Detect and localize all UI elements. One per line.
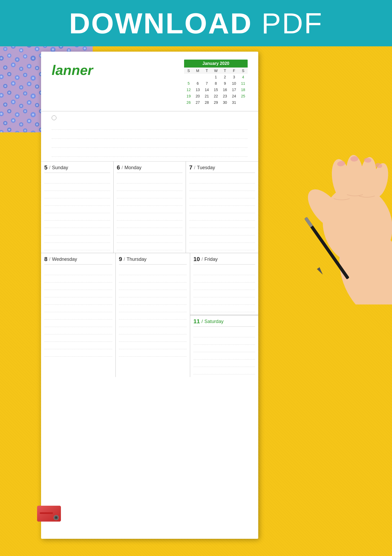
cal-day-cell: 27 — [193, 99, 202, 106]
line — [44, 320, 112, 327]
svg-point-148 — [36, 104, 38, 106]
svg-point-146 — [28, 101, 30, 104]
day-name-wednesday: Wednesday — [52, 257, 77, 262]
svg-point-140 — [4, 104, 6, 106]
line — [44, 228, 110, 235]
right-column: 10 / Friday 11 / Saturday — [190, 253, 258, 377]
day-cell-monday: 6 / Monday — [114, 162, 186, 253]
note-line-2 — [52, 130, 248, 139]
line — [193, 275, 255, 283]
line — [189, 183, 255, 191]
svg-point-32 — [32, 57, 34, 59]
day-header-saturday: 11 / Saturday — [193, 318, 255, 327]
line — [117, 206, 183, 213]
cal-header-cell: M — [193, 68, 202, 74]
day-name-saturday: Saturday — [204, 319, 224, 324]
svg-point-120 — [16, 96, 18, 98]
cal-day-cell: 28 — [202, 99, 211, 106]
svg-point-100 — [28, 83, 30, 85]
svg-point-162 — [0, 113, 2, 115]
cal-day-cell — [193, 74, 202, 80]
line — [189, 228, 255, 235]
day-cell-thursday: 9 / Thursday — [116, 253, 190, 377]
svg-point-56 — [36, 67, 38, 69]
svg-point-14 — [52, 48, 54, 51]
line — [44, 349, 112, 357]
day-name-friday: Friday — [204, 257, 218, 262]
note-line-3 — [52, 139, 248, 148]
cal-week-row: 262728293031 — [184, 99, 248, 106]
cal-day-cell: 14 — [202, 87, 211, 93]
thursday-lines — [119, 267, 187, 357]
cal-day-cell: 23 — [220, 93, 229, 99]
day-header-friday: 10 / Friday — [193, 256, 255, 264]
day-name-thursday: Thursday — [127, 257, 146, 262]
day-header-sunday: 5 / Sunday — [44, 164, 110, 173]
svg-point-6 — [20, 49, 22, 51]
line — [193, 297, 255, 305]
svg-point-98 — [20, 86, 22, 88]
line — [119, 275, 187, 283]
cal-week-row: 1234 — [184, 74, 248, 80]
line — [119, 283, 187, 290]
svg-point-76 — [24, 74, 26, 76]
svg-point-186 — [4, 122, 6, 124]
cal-header-cell: T — [202, 68, 211, 74]
mini-calendar: January 2020 SMTWTFS 1234567891011121314… — [184, 60, 248, 106]
calendar-table: SMTWTFS 12345678910111213141516171819202… — [184, 68, 248, 106]
note-line-1 — [52, 121, 248, 130]
day-cell-wednesday: 8 / Wednesday — [41, 253, 116, 377]
cal-day-cell: 29 — [211, 99, 220, 106]
line — [117, 213, 183, 221]
slash-saturday: / — [202, 319, 203, 324]
note-line-4 — [52, 148, 248, 157]
line — [189, 243, 255, 250]
day-number-8: 8 — [44, 256, 47, 263]
line — [44, 327, 112, 334]
line — [189, 213, 255, 221]
cal-week-row: 19202122232425 — [184, 93, 248, 99]
day-name-monday: Monday — [124, 165, 141, 171]
day-header-wednesday: 8 / Wednesday — [44, 256, 112, 264]
line — [44, 290, 112, 297]
cal-day-cell: 18 — [239, 87, 248, 93]
day-number-10: 10 — [193, 256, 200, 263]
cal-day-cell: 15 — [211, 87, 220, 93]
cal-day-cell: 3 — [229, 74, 238, 80]
cal-day-cell: 30 — [220, 99, 229, 106]
sharpener-body — [37, 506, 61, 522]
svg-point-210 — [8, 129, 10, 131]
cal-day-cell: 5 — [184, 80, 193, 87]
line — [189, 176, 255, 183]
cal-day-cell: 20 — [193, 93, 202, 99]
friday-lines — [193, 267, 255, 312]
line — [119, 342, 187, 349]
cal-day-cell: 25 — [239, 93, 248, 99]
line — [119, 297, 187, 305]
cal-body: 1234567891011121314151617181920212223242… — [184, 74, 248, 106]
day-header-monday: 6 / Monday — [117, 164, 183, 173]
line — [189, 191, 255, 198]
cal-header-cell: S — [184, 68, 193, 74]
download-banner[interactable]: DOWNLOAD PDF — [0, 0, 392, 46]
svg-point-118 — [8, 92, 10, 94]
svg-point-52 — [20, 68, 22, 70]
day-cell-sunday: 5 / Sunday — [41, 162, 114, 253]
svg-point-30 — [24, 55, 26, 57]
pencil-sharpener — [37, 506, 64, 524]
day-number-9: 9 — [119, 256, 122, 263]
planner-paper: lanner January 2020 SMTWTFS 123456789101… — [41, 52, 258, 539]
line — [44, 342, 112, 349]
line — [44, 297, 112, 305]
svg-point-70 — [0, 76, 2, 78]
line — [117, 228, 183, 235]
line — [44, 235, 110, 243]
line — [117, 243, 183, 250]
cal-header-cell: S — [239, 68, 248, 74]
line — [189, 198, 255, 206]
day-number-11: 11 — [193, 318, 200, 325]
svg-point-192 — [28, 120, 30, 122]
svg-point-78 — [32, 77, 34, 79]
line — [119, 349, 187, 357]
cal-day-cell: 24 — [229, 93, 238, 99]
